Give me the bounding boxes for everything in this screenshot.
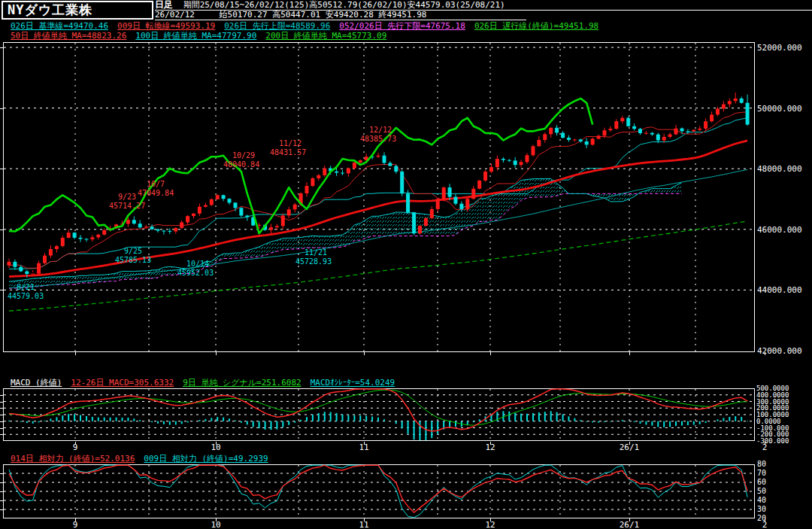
axis-tick	[629, 442, 630, 445]
axis-tick	[216, 352, 217, 355]
ma-legend: 50日 終値単純 MA=48823.26100日 終値単純 MA=47797.9…	[11, 32, 395, 41]
legend-macd-signal: 9日 単純 シグナル=251.6082	[183, 378, 301, 388]
axis-tick	[0, 290, 3, 290]
quote-date: 26/02/12	[155, 10, 195, 20]
legend-ma100: 100日 終値単純 MA=47797.90	[135, 31, 256, 41]
rsi-chart-canvas[interactable]	[3, 464, 755, 518]
chart-annotation: 8/21 44579.03	[8, 283, 44, 301]
legend-rsi9: 009日 相対力 (終値)=49.2939	[144, 454, 268, 464]
timeframe-label[interactable]: 日足	[155, 0, 173, 10]
y-axis-label: 70	[757, 469, 766, 477]
axis-tick	[490, 442, 491, 445]
axis-tick	[490, 352, 491, 355]
legend-macd-line: 12-26日 MACD=305.6332	[71, 378, 174, 388]
axis-tick	[0, 395, 3, 396]
axis-tick	[364, 352, 365, 355]
macd-chart-canvas[interactable]	[3, 388, 755, 442]
axis-tick	[765, 442, 765, 445]
axis-tick	[765, 352, 765, 355]
axis-tick	[0, 428, 3, 429]
chart-header-line2: 26/02/12 始50170.27 高50447.01 安49420.28 終…	[155, 11, 526, 20]
instrument-title: NYダウ工業株	[8, 2, 92, 19]
axis-tick	[0, 230, 3, 230]
axis-tick	[0, 421, 3, 422]
chart-annotation: 10/7 47049.84	[138, 180, 174, 198]
legend-senkou-lower: 052/026日 先行下限=47675.18	[339, 21, 465, 31]
legend-chikou: 026日 遅行線(終値)=49451.98	[474, 21, 598, 31]
legend-rsi14: 014日 相対力 (終値)=52.0136	[11, 454, 135, 464]
axis-tick	[0, 473, 3, 474]
axis-tick	[216, 442, 217, 445]
instrument-title-box: NYダウ工業株	[2, 1, 153, 20]
y-axis-label: 52000.000	[757, 43, 802, 53]
axis-tick	[765, 518, 765, 521]
axis-tick	[0, 47, 3, 48]
axis-tick	[490, 518, 491, 521]
chart-annotation: 10/29 48040.84	[223, 151, 259, 169]
chart-annotation: 9/25 45785.13	[115, 247, 151, 265]
chart-annotation: 10/14 45952.03	[177, 260, 214, 278]
axis-tick	[75, 352, 76, 355]
axis-tick	[0, 434, 3, 435]
axis-tick	[216, 518, 217, 521]
macd-legend: MACD (終値)12-26日 MACD=305.63329日 単純 シグナル=…	[11, 379, 404, 388]
axis-tick	[629, 518, 630, 521]
y-axis-label: 50000.000	[757, 104, 802, 114]
y-axis-label: 40	[757, 496, 766, 504]
axis-tick	[0, 509, 3, 510]
axis-tick	[0, 402, 3, 403]
ichimoku-legend: 026日 基準線=49470.46009日 転換線=49593.19026日 先…	[11, 22, 607, 31]
chart-annotation: 11/12 48431.57	[270, 139, 306, 157]
chart-annotation: 12/12 48385.73	[360, 126, 396, 144]
rsi-legend: 014日 相対力 (終値)=52.0136009日 相対力 (終値)=49.29…	[11, 455, 277, 464]
legend-ma50: 50日 終値単純 MA=48823.26	[11, 31, 126, 41]
legend-senkou-upper: 026日 先行上限=48589.96	[224, 21, 330, 31]
legend-macd-title: MACD (終値)	[11, 378, 62, 388]
y-axis-label: 80	[757, 460, 766, 468]
axis-tick	[0, 108, 3, 109]
axis-tick	[0, 482, 3, 483]
y-axis-label: 30	[757, 505, 766, 513]
y-axis-label: 50	[757, 487, 766, 495]
axis-tick	[75, 442, 76, 445]
axis-tick	[629, 352, 630, 355]
legend-tenkan: 009日 転換線=49593.19	[117, 21, 215, 31]
axis-tick	[0, 408, 3, 409]
axis-tick	[0, 169, 3, 169]
y-axis-label: 42000.000	[757, 346, 802, 356]
y-axis-label: 44000.000	[757, 285, 802, 295]
y-axis-label: 60	[757, 478, 766, 486]
axis-tick	[75, 518, 76, 521]
chart-annotation: 11/21 45728.93	[295, 248, 332, 266]
legend-kijun: 026日 基準線=49470.46	[11, 21, 108, 31]
chart-application-window: NYダウ工業株 日足 期間25/08/15~26/02/12(125)高5051…	[0, 0, 812, 529]
chart-header-line1: 日足 期間25/08/15~26/02/12(125)高50512.79(26/…	[155, 0, 812, 11]
axis-tick	[0, 415, 3, 415]
legend-ma200: 200日 終値単純 MA=45773.09	[265, 31, 386, 41]
period-label: 期間25/08/15~26/02/12(125)高50512.79(26/02/…	[183, 0, 505, 10]
axis-tick	[0, 491, 3, 492]
legend-macd-osc: MACDｵｼﾚｰﾀｰ=54.0249	[311, 378, 395, 388]
y-axis-label: 46000.000	[757, 225, 802, 235]
axis-tick	[364, 442, 365, 445]
axis-tick	[0, 500, 3, 501]
axis-tick	[364, 518, 365, 521]
quote-ohlc: 始50170.27 高50447.01 安49420.28 終49451.98	[220, 10, 427, 20]
y-axis-label: 48000.000	[757, 164, 802, 174]
